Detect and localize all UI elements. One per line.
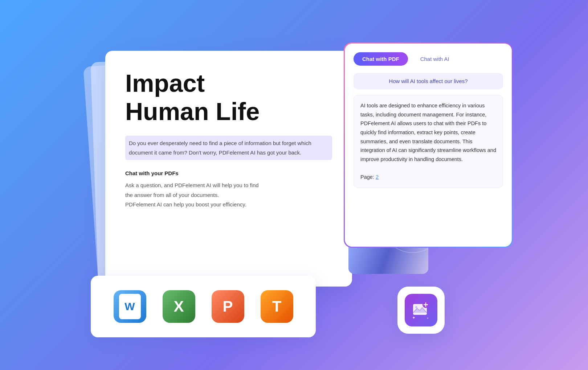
- svg-text:✦: ✦: [426, 317, 429, 320]
- doc-title: Impact Human Life: [125, 69, 332, 126]
- chat-answer: AI tools are designed to enhance efficie…: [354, 95, 503, 188]
- app-icon-word: W: [114, 290, 146, 323]
- doc-body-text: Ask a question, and PDFelement AI will h…: [125, 181, 332, 209]
- ai-image-icon: ✦ ✦: [411, 300, 431, 320]
- app-icon-ppt: P: [212, 290, 244, 323]
- doc-highlight-text: Do you ever desperately need to find a p…: [129, 140, 311, 156]
- ai-icon-inner: ✦ ✦: [405, 294, 437, 326]
- text-label: T: [272, 298, 282, 315]
- svg-text:✦: ✦: [412, 315, 416, 320]
- chat-tabs: Chat with PDF Chat with AI: [354, 52, 503, 66]
- tab-chat-ai[interactable]: Chat with AI: [412, 52, 458, 66]
- svg-point-4: [415, 306, 417, 308]
- ai-image-icon-card[interactable]: ✦ ✦: [397, 287, 445, 334]
- doc-section-title: Chat with your PDFs: [125, 170, 332, 176]
- chat-answer-text: AI tools are designed to enhance efficie…: [360, 103, 496, 162]
- document-card: Impact Human Life Do you ever desperatel…: [105, 51, 352, 287]
- office-icons-card: W X P T: [91, 276, 316, 337]
- page-link[interactable]: 2: [376, 174, 379, 180]
- chat-panel: Chat with PDF Chat with AI How will AI t…: [345, 44, 512, 247]
- app-icon-text: T: [261, 290, 293, 323]
- ppt-label: P: [222, 298, 233, 315]
- page-label: Page:: [360, 174, 374, 180]
- app-icon-excel: X: [163, 290, 195, 323]
- chat-question: How will AI tools affect our lives?: [354, 73, 503, 89]
- excel-label: X: [173, 298, 184, 315]
- doc-highlight-block: Do you ever desperately need to find a p…: [125, 136, 332, 160]
- tab-chat-pdf[interactable]: Chat with PDF: [354, 52, 408, 66]
- word-label: W: [124, 300, 135, 313]
